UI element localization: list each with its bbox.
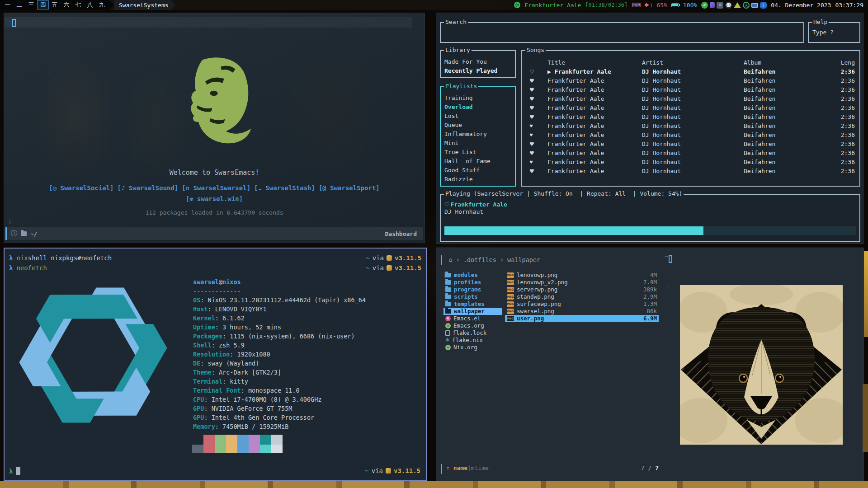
parent-entry-Emacs.el[interactable]: eEmacs.el [443,315,502,322]
file-entry-lenovowp.png[interactable]: PNGlenovowp.png4M [505,272,659,279]
neofetch-field-de: DE: sway (Wayland) [193,359,366,368]
folder-icon [445,287,451,292]
workspace-switcher: 一二三四五六七八九 [0,0,108,10]
parent-entry-modules[interactable]: modules [443,272,502,279]
playlist-item[interactable]: Lost [441,112,515,121]
heart-icon[interactable]: ♥ [529,122,547,131]
heart-icon[interactable]: ♥ [529,140,547,149]
package-icon[interactable]: ❄ [717,2,723,9]
parent-entry-wallpaper[interactable]: wallpaper [443,308,502,315]
song-row[interactable]: ♥Frankfurter AaleDJ HornhautBeifahren2:3… [522,103,859,113]
dashboard-link-swarsel-win[interactable]: [✾ swarsel.win] [186,195,243,202]
dashboard-link-swarselstash[interactable]: [☁ SwarselStash] [254,184,315,192]
parent-entry-profiles[interactable]: profiles [443,279,502,286]
search-box[interactable]: Search [440,22,804,43]
playlist-item[interactable]: Queue [441,121,515,130]
emacs-header-line [5,17,412,28]
home-icon[interactable]: ⌂ [449,257,453,263]
sort-status[interactable]: ↑ name|mtime [446,465,489,471]
heart-icon[interactable]: ♡ [529,67,547,76]
library-items: Made For YouRecently Played [441,57,515,75]
song-row[interactable]: ♥Frankfurter AaleDJ HornhautBeifahren2:3… [522,158,859,167]
checkmark-icon[interactable]: ✔ [701,2,708,9]
parent-entry-flake.lock[interactable]: flake.lock [443,329,502,337]
heart-icon[interactable]: ♥ [529,113,547,122]
dashboard-link-swarselswarsel[interactable]: [∩ SwarselSwarsel] [182,184,250,192]
parent-entry-programs[interactable]: programs [443,286,502,293]
file-entry-swarsel.png[interactable]: PNGswarsel.png86k [505,308,659,315]
playlist-item[interactable]: Training [441,94,515,103]
neofetch-field-theme: Theme: Arc-Dark [GTK2/3] [193,368,366,377]
workspace-2[interactable]: 二 [14,0,25,9]
tent-icon[interactable] [734,2,741,8]
song-row[interactable]: ♥Frankfurter AaleDJ HornhautBeifahren2:3… [522,149,859,158]
heart-icon[interactable]: ♥ [529,131,547,140]
file-entry-user.png[interactable]: PNGuser.png6.9M [505,315,659,322]
file-entry-serverwp.png[interactable]: PNGserverwp.png389k [505,286,659,293]
breadcrumb-segment[interactable]: wallpaper [507,256,540,263]
playlist-item[interactable]: Good Stuff [441,166,515,175]
playback-progress-bar[interactable] [444,226,856,235]
song-row[interactable]: ♥Frankfurter AaleDJ HornhautBeifahren2:3… [522,140,859,149]
heart-icon[interactable]: ♥ [529,167,547,176]
syncthing-icon[interactable]: Y [743,2,750,9]
heart-icon[interactable]: ♥ [529,76,547,85]
playlist-item[interactable]: True List [441,148,515,157]
parent-entry-Nix.org[interactable]: ∗Nix.org [443,344,502,351]
breadcrumb-segment[interactable]: .dotfiles [463,256,496,263]
display-icon[interactable] [751,3,758,8]
heart-icon[interactable]: ♥ [529,158,547,167]
file-entry-lenovowp_v2.png[interactable]: PNGlenovowp_v2.png7.9M [505,279,659,286]
workspace-6[interactable]: 六 [61,0,72,9]
dashboard-link-swarselsocial[interactable]: [◎ SwarselSocial] [49,184,113,192]
heart-icon[interactable]: ♡ [444,201,450,208]
song-row[interactable]: ♥Frankfurter AaleDJ HornhautBeifahren2:3… [522,131,859,140]
workspace-5[interactable]: 五 [49,0,61,9]
workspace-9[interactable]: 九 [96,0,108,9]
workspace-4[interactable]: 四 [37,0,49,9]
date-display: 04. Dezember 2023 [771,2,831,9]
shell-prompt[interactable]: λ [9,467,20,475]
song-row[interactable]: ♥Frankfurter AaleDJ HornhautBeifahren2:3… [522,167,859,176]
workspace-3[interactable]: 三 [25,0,37,9]
bluetooth-icon[interactable]: ᛒ [760,2,767,9]
parent-entry-scripts[interactable]: scripts [443,293,502,300]
playlist-item[interactable]: Overload [441,103,515,112]
palette-swatch [215,435,226,445]
library-item[interactable]: Made For You [441,57,515,66]
heart-icon[interactable]: ♥ [529,149,547,158]
dashboard-link-swarselsound[interactable]: [♪ SwarselSound] [118,184,179,192]
song-row[interactable]: ♥Frankfurter AaleDJ HornhautBeifahren2:3… [522,85,859,94]
song-row[interactable]: ♥Frankfurter AaleDJ HornhautBeifahren2:3… [522,76,859,85]
breadcrumb[interactable]: ⌂›.dotfiles›wallpaper [449,256,540,263]
volume-icon[interactable]: ) [645,3,652,8]
song-row[interactable]: ♥Frankfurter AaleDJ HornhautBeifahren2:3… [522,122,859,131]
library-item[interactable]: Recently Played [441,66,515,75]
file-entry-surfacewp.png[interactable]: PNGsurfacewp.png1.3M [505,300,659,308]
gem-icon[interactable] [710,2,715,8]
dashboard-link-swarselsport[interactable]: [@ SwarselSport] [319,184,380,192]
workspace-7[interactable]: 七 [72,0,84,9]
workspace-8[interactable]: 八 [84,0,96,9]
parent-entry-templates[interactable]: templates [443,300,502,308]
emacs-window: ⌐ Welcome to SwarsEmacs! [◎ SwarselSocia… [4,13,425,243]
heart-icon[interactable]: ♥ [529,85,547,94]
keyboard-icon[interactable]: ⌨ [632,1,641,9]
parent-entry-Emacs.org[interactable]: ∗Emacs.org [443,322,502,329]
workspace-1[interactable]: 一 [2,0,14,9]
song-row[interactable]: ♡▶ Frankfurter AaleDJ HornhautBeifahren2… [522,67,859,76]
terminal-window[interactable]: λnix shell nixpkgs#neofetch~viav3.11.5λn… [4,248,427,481]
playlist-item[interactable]: Hall of Fame [441,157,515,166]
spotify-icon[interactable] [514,2,520,8]
playlist-item[interactable]: Inflammatory [441,130,515,139]
playlist-item[interactable]: Mini [441,139,515,148]
playlist-item[interactable]: Badizzle [441,175,515,184]
now-playing-track[interactable]: Frankfurter Aale [524,2,581,9]
discord-icon[interactable]: ☻ [725,2,732,9]
file-entry-standwp.png[interactable]: PNGstandwp.png2.9M [505,293,659,300]
song-row[interactable]: ♥Frankfurter AaleDJ HornhautBeifahren2:3… [522,113,859,122]
heart-icon[interactable]: ♥ [529,103,547,113]
heart-icon[interactable]: ♥ [529,94,547,103]
parent-entry-flake.nix[interactable]: ❄flake.nix [443,337,502,344]
song-row[interactable]: ♥Frankfurter AaleDJ HornhautBeifahren2:3… [522,94,859,103]
